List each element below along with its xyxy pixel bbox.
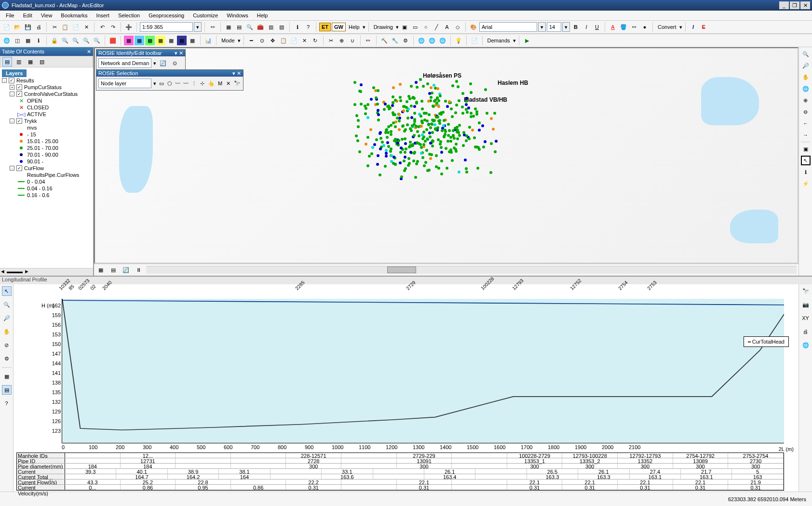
select-binoculars-icon[interactable]: 🔭 — [233, 79, 241, 88]
select-xy-icon[interactable]: 👆 — [207, 79, 215, 88]
list-source-button[interactable]: ▥ — [14, 57, 24, 67]
rectangle-button[interactable]: ▭ — [410, 22, 420, 32]
data-view-button[interactable]: ▦ — [96, 265, 106, 275]
menu-help[interactable]: Help — [253, 12, 272, 19]
font-select[interactable] — [479, 22, 537, 32]
select-snap-icon[interactable]: ⋮ — [191, 79, 197, 88]
gw-button[interactable]: GW — [332, 23, 346, 31]
rosie-table-button[interactable]: ▦ — [23, 36, 33, 45]
help-button[interactable]: ℹ — [293, 22, 302, 32]
profile-select-icon[interactable]: ↖ — [2, 286, 12, 296]
pause-drawing-button[interactable]: ⏸ — [134, 265, 143, 275]
copy-button[interactable]: 📋 — [60, 22, 70, 32]
list-visibility-button[interactable]: ▦ — [26, 57, 35, 67]
refresh-icon[interactable]: 🔄 — [158, 58, 168, 68]
toc-item[interactable]: 70.01 - 90.00 — [17, 151, 91, 158]
font-size-dropdown[interactable]: ▾ — [562, 22, 570, 32]
print-button[interactable]: 🖨 — [34, 22, 43, 32]
yellow-tool-button[interactable]: ▦ — [156, 36, 165, 45]
layout-view-button[interactable]: ▤ — [108, 265, 118, 275]
expand-icon[interactable]: - — [10, 119, 14, 123]
wrench-button[interactable]: 🔧 — [390, 36, 400, 45]
expand-icon[interactable]: + — [10, 85, 14, 90]
whats-this-button[interactable]: ? — [303, 22, 313, 32]
profile-camera-icon[interactable]: 📷 — [801, 300, 811, 309]
toc-item[interactable]: 0.16 - 0.6 — [17, 192, 91, 199]
list-drawing-order-button[interactable]: ▤ — [2, 57, 12, 67]
fixed-zoom-in-icon[interactable]: ⊕ — [801, 95, 811, 105]
forward-extent-icon[interactable]: → — [801, 130, 811, 140]
mode-label[interactable]: Mode — [219, 38, 237, 43]
globe1-button[interactable]: 🌐 — [417, 36, 426, 45]
move-button[interactable]: ✥ — [268, 36, 278, 45]
toc-item[interactable]: ▷◁ACTIVE — [17, 111, 91, 118]
menu-bookmarks[interactable]: Bookmarks — [57, 12, 91, 19]
union-button[interactable]: ∪ — [348, 36, 357, 45]
rosie-identify-button[interactable]: ℹ — [34, 36, 43, 45]
target-icon[interactable]: ⊙ — [170, 58, 179, 68]
chart-button[interactable]: 📊 — [203, 36, 213, 45]
menu-windows[interactable]: Windows — [223, 12, 252, 19]
refresh-view-button[interactable]: 🔄 — [121, 265, 131, 275]
italic-style-button[interactable]: I — [689, 22, 698, 32]
underline-button[interactable]: U — [592, 22, 602, 32]
toc-button[interactable]: ▦ — [224, 22, 233, 32]
layers-tab[interactable]: Layers — [2, 69, 27, 77]
merge-button[interactable]: ⊕ — [337, 36, 347, 45]
scale-input[interactable] — [140, 22, 193, 32]
help-label[interactable]: Help — [347, 24, 362, 30]
toc-close-icon[interactable]: ✕ — [87, 49, 91, 55]
bold-button[interactable]: B — [571, 22, 581, 32]
toc-item[interactable]: ✕OPEN — [17, 97, 91, 104]
profile-view1-icon[interactable]: ▦ — [2, 372, 12, 381]
menu-view[interactable]: View — [37, 12, 56, 19]
node-tool-button[interactable]: ⊙ — [257, 36, 267, 45]
green-tool-button[interactable]: ▦ — [145, 36, 155, 45]
menu-edit[interactable]: Edit — [19, 12, 36, 19]
copy-feature-button[interactable]: 📋 — [279, 36, 288, 45]
toc-item[interactable]: -✓Trykk — [10, 118, 91, 124]
rosie-globe-button[interactable]: 🌐 — [2, 36, 12, 45]
toc-item[interactable]: 0.04 - 0.16 — [17, 185, 91, 192]
select-m-icon[interactable]: M — [217, 79, 223, 88]
paste-feature-button[interactable]: 📄 — [289, 36, 299, 45]
rosie-zoom-select-button[interactable]: 🔍 — [71, 36, 81, 45]
globe3-button[interactable]: 🌐 — [438, 36, 447, 45]
profile-binoculars-icon[interactable]: 🔭 — [801, 286, 811, 296]
profile-stop-icon[interactable]: ⊘ — [2, 340, 12, 350]
pointer-icon[interactable]: ↖ — [801, 156, 811, 165]
select-rect-icon[interactable]: ▭ — [158, 79, 164, 88]
hyperlink-icon[interactable]: ⚡ — [801, 179, 811, 188]
rosie-zoom-layer-button[interactable]: 🔍 — [60, 36, 70, 45]
toc-item[interactable]: -✓CurFlow — [10, 165, 91, 172]
toc-item[interactable]: +✓PumpCurStatus — [10, 84, 91, 91]
editor-toolbar-button[interactable]: ✏ — [208, 22, 217, 32]
menu-insert[interactable]: Insert — [92, 12, 113, 19]
font-color-picker[interactable]: A — [608, 22, 618, 32]
catalog-button[interactable]: ▤ — [234, 22, 244, 32]
layer-checkbox[interactable]: ✓ — [16, 91, 22, 97]
restore-button[interactable]: ❐ — [790, 1, 799, 9]
toc-item[interactable]: - 15 — [17, 131, 91, 138]
identify-icon[interactable]: ℹ — [801, 167, 811, 177]
rosie-zoom-out-button[interactable]: 🔍 — [92, 36, 102, 45]
font-dropdown[interactable]: ▾ — [538, 22, 546, 32]
toc-item[interactable]: ResultsPipe.CurFlows — [17, 172, 91, 178]
expand-icon[interactable]: - — [10, 166, 14, 171]
globe2-button[interactable]: 🌐 — [427, 36, 437, 45]
profile-pan-icon[interactable]: ✋ — [2, 327, 12, 336]
select-line-icon[interactable]: 〰 — [175, 79, 181, 88]
select-elements-button[interactable]: ▣ — [400, 22, 409, 32]
profile-settings-icon[interactable]: ⚙ — [2, 354, 12, 363]
toc-item[interactable]: -✓Results — [2, 77, 91, 84]
fixed-zoom-out-icon[interactable]: ⊖ — [801, 107, 811, 117]
rosie-lock-button[interactable]: 🔒 — [50, 36, 59, 45]
layer-checkbox[interactable]: ✓ — [16, 84, 22, 90]
arctoolbox-button[interactable]: 🧰 — [256, 22, 265, 32]
toc-scrollbar[interactable]: ◄ ▬▬▬ ► — [0, 268, 93, 276]
layer-checkbox[interactable]: ✓ — [16, 165, 22, 171]
profile-print-icon[interactable]: 🖨 — [801, 327, 811, 336]
select-node-icon[interactable]: ⊹ — [199, 79, 205, 88]
select-poly-icon[interactable]: ⬠ — [166, 79, 173, 88]
circle-button[interactable]: ○ — [421, 22, 431, 32]
